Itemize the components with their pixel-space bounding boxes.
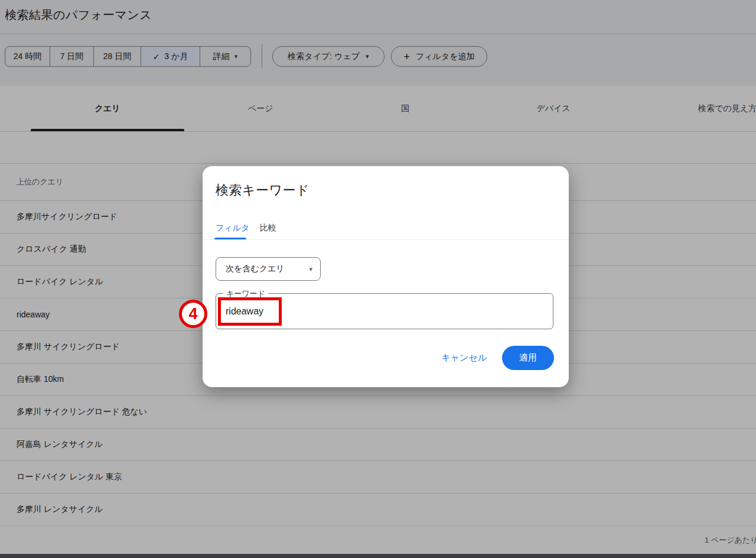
dialog-tab-compare-label: 比較 bbox=[260, 223, 276, 232]
annotation-step-circle: 4 bbox=[179, 300, 207, 328]
dialog-tab-compare[interactable]: 比較 bbox=[260, 223, 276, 233]
annotation-step-number: 4 bbox=[188, 305, 197, 323]
filter-dialog: 検索キーワード フィルタ 比較 次を含むクエリ ▾ キーワード キャンセル 適用 bbox=[203, 166, 569, 387]
dialog-actions: キャンセル 適用 bbox=[441, 346, 554, 370]
chevron-down-icon: ▾ bbox=[309, 266, 312, 272]
apply-button[interactable]: 適用 bbox=[502, 346, 554, 370]
dialog-title: 検索キーワード bbox=[216, 181, 309, 199]
divider bbox=[203, 239, 569, 240]
annotation-highlight-rect bbox=[218, 297, 282, 326]
filter-condition-dropdown[interactable]: 次を含むクエリ ▾ bbox=[216, 257, 321, 281]
dialog-tab-filter-label: フィルタ bbox=[216, 223, 249, 232]
filter-condition-value: 次を含むクエリ bbox=[226, 264, 285, 274]
cancel-button[interactable]: キャンセル bbox=[441, 352, 487, 364]
dialog-tab-filter[interactable]: フィルタ bbox=[216, 223, 249, 233]
